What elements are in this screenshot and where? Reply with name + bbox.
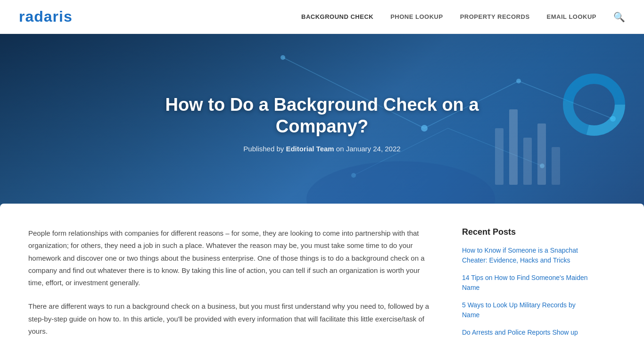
article-body: People form relationships with companies… (28, 227, 434, 349)
svg-rect-15 (537, 123, 546, 185)
article-paragraph-1: People form relationships with companies… (28, 227, 434, 289)
search-icon[interactable]: 🔍 (613, 11, 625, 23)
hero-meta: Published by Editorial Team on January 2… (138, 145, 506, 153)
site-logo[interactable]: radaris (19, 8, 73, 25)
recent-post-link-3[interactable]: Do Arrests and Police Reports Show up (462, 328, 594, 337)
main-nav: BACKGROUND CHECK PHONE LOOKUP PROPERTY R… (301, 11, 625, 23)
svg-point-8 (516, 79, 521, 83)
list-item: 14 Tips on How to Find Someone's Maiden … (462, 273, 594, 293)
article-paragraph-2: There are different ways to run a backgr… (28, 300, 434, 337)
hero-section: How to Do a Background Check on a Compan… (0, 34, 644, 213)
hero-author: Editorial Team (286, 145, 334, 153)
nav-phone-lookup[interactable]: PHONE LOOKUP (390, 13, 443, 20)
list-item: How to Know if Someone is a Snapchat Che… (462, 246, 594, 265)
site-header: radaris BACKGROUND CHECK PHONE LOOKUP PR… (0, 0, 644, 34)
nav-email-lookup[interactable]: EMAIL LOOKUP (547, 13, 596, 20)
main-wrapper: People form relationships with companies… (0, 204, 644, 362)
list-item: Do Arrests and Police Reports Show up (462, 328, 594, 337)
sidebar: Recent Posts How to Know if Someone is a… (462, 227, 594, 349)
list-item: 5 Ways to Look Up Military Records by Na… (462, 300, 594, 320)
hero-title: How to Do a Background Check on a Compan… (138, 94, 506, 137)
recent-post-link-0[interactable]: How to Know if Someone is a Snapchat Che… (462, 246, 594, 265)
nav-background-check[interactable]: BACKGROUND CHECK (301, 13, 373, 20)
recent-post-link-2[interactable]: 5 Ways to Look Up Military Records by Na… (462, 300, 594, 320)
svg-point-6 (281, 55, 285, 60)
svg-rect-16 (552, 147, 560, 185)
nav-property-records[interactable]: PROPERTY RECORDS (460, 13, 530, 20)
hero-content: How to Do a Background Check on a Compan… (110, 94, 534, 153)
recent-posts-heading: Recent Posts (462, 227, 594, 237)
recent-post-link-1[interactable]: 14 Tips on How to Find Someone's Maiden … (462, 273, 594, 293)
